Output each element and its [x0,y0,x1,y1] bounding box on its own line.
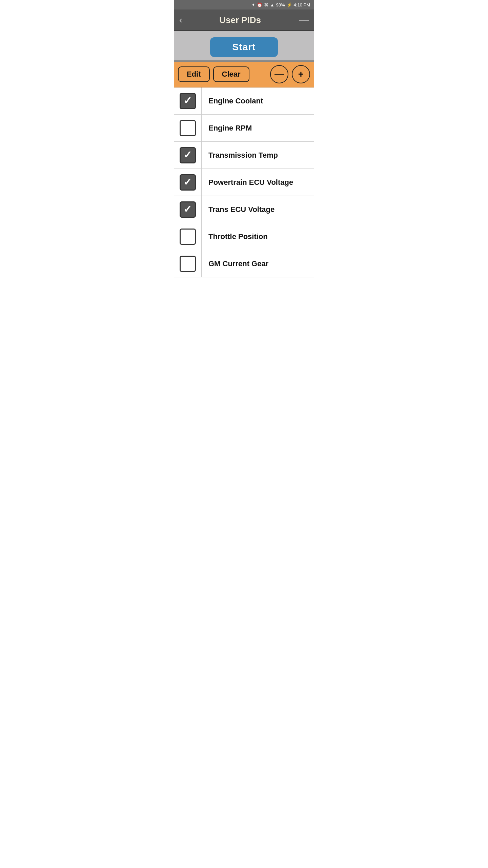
checkmark-icon: ✓ [183,204,192,214]
back-button[interactable]: ‹ [179,15,182,25]
time-display: 4:10 PM [294,2,310,7]
pid-checkbox[interactable]: ✓ [180,201,196,218]
toolbar: Edit Clear — + [174,62,314,87]
clear-button[interactable]: Clear [213,66,249,82]
checkmark-icon: ✓ [183,96,192,106]
plus-button[interactable]: + [292,65,310,83]
page-title: User PIDs [182,15,298,25]
pid-list: ✓Engine CoolantEngine RPM✓Transmission T… [174,87,314,277]
wifi-icon: ⌘ [264,2,268,7]
checkbox-area: ✓ [174,87,202,114]
bluetooth-icon: ✦ [251,2,255,7]
pid-list-item[interactable]: ✓Engine Coolant [174,87,314,115]
minus-icon: — [274,70,284,79]
app-header: ‹ User PIDs [174,9,314,31]
checkbox-area [174,250,202,277]
start-button[interactable]: Start [210,37,278,57]
alarm-icon: ⏰ [257,2,262,7]
pid-list-item[interactable]: GM Current Gear [174,250,314,277]
pid-checkbox[interactable]: ✓ [180,93,196,109]
menu-button[interactable] [298,16,309,24]
status-bar: ✦ ⏰ ⌘ ▲ 98% ⚡ 4:10 PM [174,0,314,9]
edit-button[interactable]: Edit [178,66,210,82]
pid-checkbox[interactable]: ✓ [180,174,196,191]
pid-checkbox[interactable] [180,120,196,136]
checkbox-area: ✓ [174,142,202,169]
pid-label: Throttle Position [202,232,274,241]
menu-icon [299,20,309,21]
pid-list-item[interactable]: ✓Powertrain ECU Voltage [174,169,314,196]
battery-percent: 98% [276,2,285,7]
plus-icon: + [298,70,304,79]
charging-icon: ⚡ [287,2,292,7]
pid-label: Engine Coolant [202,97,270,105]
pid-list-item[interactable]: Throttle Position [174,223,314,250]
minus-button[interactable]: — [270,65,288,83]
checkmark-icon: ✓ [183,177,192,187]
checkbox-area: ✓ [174,169,202,196]
checkbox-area: ✓ [174,196,202,223]
pid-list-item[interactable]: ✓Transmission Temp [174,142,314,169]
pid-checkbox[interactable] [180,256,196,272]
pid-label: Transmission Temp [202,151,285,160]
checkbox-area [174,223,202,250]
pid-checkbox[interactable]: ✓ [180,147,196,163]
empty-area [174,277,314,338]
checkbox-area [174,115,202,141]
pid-list-item[interactable]: Engine RPM [174,115,314,142]
pid-label: Engine RPM [202,124,259,133]
signal-icon: ▲ [270,2,274,7]
start-area: Start [174,31,314,62]
pid-checkbox[interactable] [180,229,196,245]
status-icons: ✦ ⏰ ⌘ ▲ 98% ⚡ 4:10 PM [251,2,310,7]
pid-label: Trans ECU Voltage [202,205,281,214]
pid-label: GM Current Gear [202,259,275,268]
checkmark-icon: ✓ [183,150,192,160]
pid-list-item[interactable]: ✓Trans ECU Voltage [174,196,314,223]
pid-label: Powertrain ECU Voltage [202,178,300,187]
